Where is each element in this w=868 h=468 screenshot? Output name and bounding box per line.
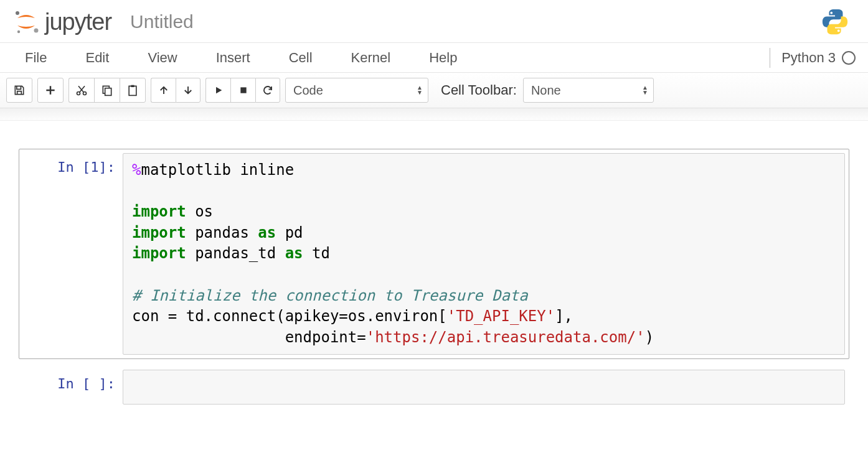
menubar: FileEditViewInsertCellKernelHelp Python … bbox=[0, 43, 868, 73]
logo-group: jupyter Untitled bbox=[12, 8, 821, 35]
restart-button[interactable] bbox=[255, 78, 280, 103]
notebook-title[interactable]: Untitled bbox=[130, 11, 194, 32]
insert-cell-button[interactable] bbox=[37, 78, 64, 103]
menu-view[interactable]: View bbox=[135, 45, 189, 71]
code-cell[interactable]: In [ ]: bbox=[19, 365, 849, 409]
play-icon bbox=[214, 85, 224, 95]
paste-button[interactable] bbox=[120, 78, 146, 103]
refresh-icon bbox=[262, 85, 273, 96]
menu-cell[interactable]: Cell bbox=[276, 45, 325, 71]
cell-toolbar-value: None bbox=[531, 83, 561, 98]
copy-button[interactable] bbox=[94, 78, 120, 103]
toolbar-shadow bbox=[0, 108, 868, 121]
svg-point-0 bbox=[16, 11, 19, 15]
paste-icon bbox=[126, 84, 139, 96]
cell-toolbar-select[interactable]: None ▲▼ bbox=[523, 78, 654, 103]
chevron-updown-icon: ▲▼ bbox=[642, 85, 648, 95]
save-button[interactable] bbox=[6, 78, 32, 103]
notebook-container: In [1]:%matplotlib inline import os impo… bbox=[0, 121, 868, 443]
cell-type-select[interactable]: Code ▲▼ bbox=[285, 78, 428, 103]
kernel-status-icon bbox=[842, 51, 856, 65]
menu-help[interactable]: Help bbox=[417, 45, 469, 71]
menu-insert[interactable]: Insert bbox=[204, 45, 263, 71]
arrow-down-icon bbox=[182, 85, 194, 96]
scissors-icon bbox=[75, 84, 88, 96]
menu-kernel[interactable]: Kernel bbox=[339, 45, 403, 71]
jupyter-logo-icon bbox=[12, 8, 40, 35]
cell-toolbar-label: Cell Toolbar: bbox=[441, 82, 517, 98]
input-prompt: In [ ]: bbox=[23, 370, 123, 405]
chevron-updown-icon: ▲▼ bbox=[417, 85, 423, 95]
jupyter-logo-text: jupyter bbox=[45, 9, 111, 35]
code-input[interactable] bbox=[123, 370, 845, 405]
run-button[interactable] bbox=[205, 78, 230, 103]
cell-type-value: Code bbox=[293, 83, 323, 98]
svg-point-2 bbox=[17, 30, 20, 33]
python-logo-icon bbox=[821, 7, 849, 36]
interrupt-button[interactable] bbox=[230, 78, 255, 103]
code-input[interactable]: %matplotlib inline import os import pand… bbox=[123, 153, 845, 355]
input-prompt: In [1]: bbox=[23, 153, 123, 355]
move-up-button[interactable] bbox=[151, 78, 176, 103]
kernel-name: Python 3 bbox=[781, 50, 836, 66]
menu-file[interactable]: File bbox=[12, 45, 59, 71]
svg-rect-9 bbox=[240, 87, 246, 93]
cut-button[interactable] bbox=[68, 78, 94, 103]
stop-icon bbox=[238, 85, 248, 95]
svg-rect-7 bbox=[129, 86, 136, 95]
kernel-indicator: Python 3 bbox=[770, 48, 856, 68]
plus-icon bbox=[44, 84, 57, 96]
toolbar: Code ▲▼ Cell Toolbar: None ▲▼ bbox=[0, 73, 868, 108]
arrow-up-icon bbox=[158, 85, 169, 96]
save-icon bbox=[13, 84, 26, 96]
svg-rect-6 bbox=[105, 88, 111, 96]
menu-edit[interactable]: Edit bbox=[73, 45, 121, 71]
notebook-header: jupyter Untitled bbox=[0, 0, 868, 43]
svg-point-1 bbox=[34, 29, 39, 33]
code-cell[interactable]: In [1]:%matplotlib inline import os impo… bbox=[19, 149, 849, 359]
copy-icon bbox=[101, 84, 113, 96]
move-down-button[interactable] bbox=[176, 78, 200, 103]
svg-rect-8 bbox=[131, 85, 134, 87]
